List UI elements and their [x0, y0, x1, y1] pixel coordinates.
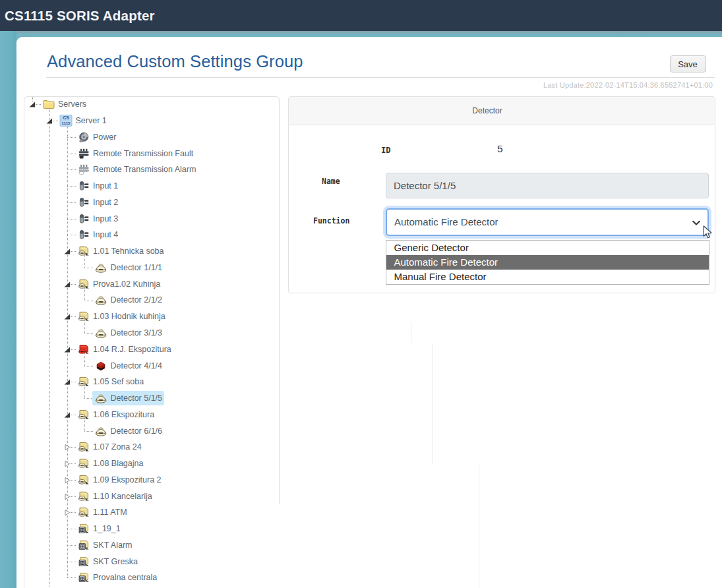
tree-row[interactable]: Input 1 — [24, 178, 279, 194]
tree-row[interactable]: 1.09 Ekspozitura 2 — [24, 471, 279, 488]
tree-item-label[interactable]: Detector 5/1/5 — [111, 394, 163, 403]
tree-item-label[interactable]: Remote Transmission Fault — [93, 149, 193, 158]
tree-row[interactable]: 1.03 Hodnik kuhinja — [24, 309, 279, 325]
detail-card-header: Detector — [289, 97, 715, 125]
cs1115-icon: CS 1115 — [59, 115, 73, 127]
expanded-toggle-icon[interactable] — [64, 314, 71, 320]
tree-branch-line — [71, 480, 76, 481]
tree-row[interactable]: 1.10 Kancelarija — [24, 488, 279, 504]
tree-row[interactable]: 1.06 Ekspozitura — [24, 406, 279, 423]
tree-item-label[interactable]: 1.08 Blagajna — [93, 459, 143, 468]
tree-row[interactable]: Remote Transmission Fault — [24, 145, 279, 162]
tree-branch-line — [71, 512, 76, 513]
tree-row[interactable]: CS 1115Server 1 — [24, 113, 279, 129]
dropdown-option[interactable]: Generic Detector — [386, 241, 709, 255]
tree-item-label[interactable]: 1.05 Sef soba — [93, 377, 144, 386]
tree-item-label[interactable]: Remote Transmission Alarm — [93, 165, 196, 174]
last-update-text: Last Update:2022-02-14T15:04:36.6552741+… — [543, 81, 713, 89]
tree-row[interactable]: Input 2 — [24, 194, 279, 211]
collapsed-toggle-icon[interactable] — [64, 510, 71, 516]
tree-row[interactable]: 1.04 R.J. Ekspozitura — [24, 341, 279, 357]
tree-row[interactable]: Detector 6/1/6 — [24, 423, 279, 439]
tree-row[interactable]: 1.08 Blagajna — [24, 456, 279, 472]
tree-item-label[interactable]: Detector 3/1/3 — [111, 328, 163, 338]
tree-row[interactable]: Servers — [24, 96, 279, 113]
tree-row[interactable]: Provalna centrala — [24, 570, 279, 586]
tree-row[interactable]: Detector 1/1/1 — [24, 260, 279, 276]
dropdown-option[interactable]: Automatic Fire Detector — [386, 255, 709, 270]
tree-row[interactable]: Power — [24, 129, 279, 146]
function-select[interactable]: Automatic Fire Detector — [386, 208, 709, 236]
tree-item-label[interactable]: Prova1.02 Kuhinja — [93, 279, 160, 289]
tree-item-label[interactable]: 1.06 Ekspozitura — [93, 410, 154, 419]
tree-item-label[interactable]: Power — [93, 132, 116, 142]
collapsed-toggle-icon[interactable] — [64, 477, 71, 483]
tree-panel-border-fade — [279, 504, 281, 588]
tree-row[interactable]: Input 3 — [24, 210, 279, 227]
tree-item-label[interactable]: Input 4 — [93, 230, 118, 239]
tree-item-label[interactable]: Input 2 — [93, 198, 118, 207]
tree-item-label[interactable]: 1.10 Kancelarija — [93, 492, 152, 501]
tree-item-label[interactable]: Detector 2/1/2 — [111, 295, 163, 305]
app-window: CS1115 SORIS Adapter Advanced Custom Set… — [0, 0, 722, 588]
zone-icon — [77, 490, 90, 502]
tree-row[interactable]: SKT Greska — [24, 553, 279, 570]
tree-item-label[interactable]: 1.03 Hodnik kuhinja — [93, 312, 165, 321]
tree-item-label[interactable]: 1_19_1 — [93, 524, 121, 533]
input-icon — [77, 213, 90, 225]
expanded-toggle-icon[interactable] — [64, 411, 71, 418]
tree-item-label[interactable]: 1.09 Ekspozitura 2 — [93, 475, 162, 485]
save-button[interactable]: Save — [670, 55, 706, 73]
tree-item-label[interactable]: 1.11 ATM — [93, 508, 127, 517]
expanded-toggle-icon[interactable] — [29, 102, 36, 108]
tree-item-label[interactable]: 1.07 Zona 24 — [93, 442, 142, 452]
svg-text:1115: 1115 — [61, 121, 71, 125]
tree-row[interactable]: 1.11 ATM — [24, 504, 279, 521]
expanded-toggle-icon[interactable] — [64, 379, 71, 386]
detector-icon — [94, 262, 107, 274]
expanded-toggle-icon[interactable] — [46, 118, 53, 125]
tree-item-label[interactable]: Detector 1/1/1 — [111, 263, 163, 272]
tree-item-label[interactable]: SKT Greska — [93, 557, 138, 566]
tree-branch-line — [71, 463, 76, 464]
mouse-cursor-icon — [703, 225, 713, 242]
expanded-toggle-icon[interactable] — [64, 281, 71, 287]
tree-row[interactable]: 1.01 Tehnicka soba — [24, 243, 279, 260]
collapsed-toggle-icon[interactable] — [64, 461, 71, 467]
detector-icon — [94, 294, 107, 306]
tree-row[interactable]: Detector 2/1/2 — [24, 292, 279, 309]
tree-item-label[interactable]: Input 1 — [93, 181, 118, 191]
tree-row[interactable]: Prova1.02 Kuhinja — [24, 276, 279, 292]
expanded-toggle-icon[interactable] — [64, 249, 71, 255]
tree-item-label[interactable]: Detector 6/1/6 — [111, 426, 163, 436]
collapsed-toggle-icon[interactable] — [64, 493, 71, 500]
tree-row[interactable]: 1.07 Zona 24 — [24, 439, 279, 456]
tree-branch-line — [84, 333, 93, 334]
expanded-toggle-icon[interactable] — [64, 346, 71, 353]
tree-row[interactable]: SKT Alarm — [24, 537, 279, 554]
tree-row[interactable]: 1_19_1 — [24, 521, 279, 537]
name-input[interactable]: Detector 5/1/5 — [386, 173, 709, 198]
tree-item-label[interactable]: Input 3 — [93, 214, 118, 223]
tree-row[interactable]: Input 4 — [24, 227, 279, 243]
tree-branch-line — [67, 529, 76, 529]
collapsed-toggle-icon[interactable] — [64, 444, 71, 451]
function-select-value: Automatic Fire Detector — [394, 216, 498, 227]
tree-row[interactable]: Detector 5/1/5 — [24, 390, 279, 407]
tree-row[interactable]: 1.05 Sef soba — [24, 374, 279, 390]
tree-row[interactable]: Remote Transmission Alarm — [24, 162, 279, 178]
tree-row[interactable]: Detector 4/1/4 — [24, 357, 279, 374]
tree-item-label[interactable]: SKT Alarm — [93, 541, 133, 550]
tree-item-label[interactable]: Provalna centrala — [93, 573, 157, 582]
dropdown-option[interactable]: Manual Fire Detector — [386, 270, 709, 284]
tree-item-label[interactable]: Server 1 — [76, 116, 107, 125]
artifact-line-2 — [432, 343, 433, 464]
tree-item-label[interactable]: Detector 4/1/4 — [111, 361, 163, 370]
input-icon — [77, 196, 90, 208]
tree-row[interactable]: Detector 3/1/3 — [24, 325, 279, 341]
detector-red-icon — [94, 360, 107, 372]
tree-item-label[interactable]: 1.04 R.J. Ekspozitura — [93, 345, 171, 354]
page-title: Advanced Custom Settings Group — [47, 52, 303, 71]
tree-item-label[interactable]: Servers — [58, 100, 86, 109]
tree-item-label[interactable]: 1.01 Tehnicka soba — [93, 247, 164, 256]
